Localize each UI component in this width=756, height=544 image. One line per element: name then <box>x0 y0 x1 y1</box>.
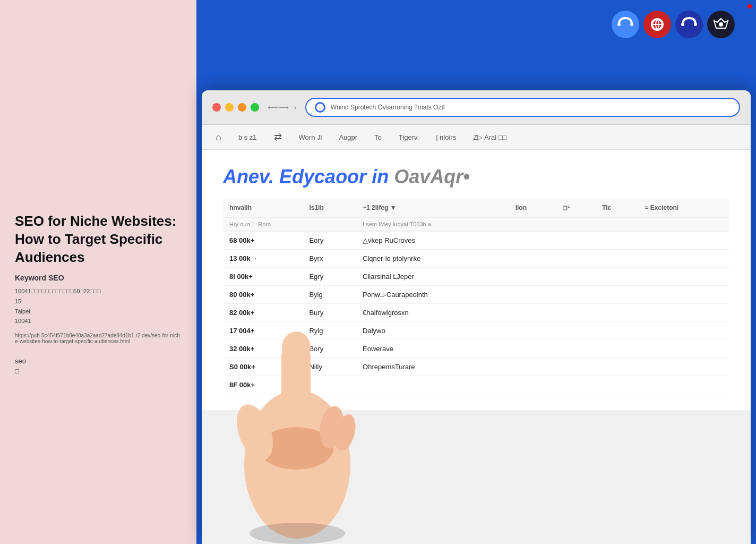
browser-chrome: ⟵⟶ › Wnind Sprotech Ovsarroning ?mats Oz… <box>202 90 751 125</box>
td-intent: Dalywo <box>356 322 509 340</box>
td-7 <box>639 376 729 394</box>
td-5 <box>556 340 595 358</box>
td-4 <box>509 231 556 250</box>
td-volume: 82 00k+ <box>223 304 303 322</box>
td-intent: €halfowigrosxn <box>356 304 509 322</box>
traffic-light-close[interactable] <box>212 103 221 112</box>
td-7 <box>639 358 729 376</box>
td-volume: 8l 00k+ <box>223 268 303 286</box>
right-area: ⟵⟶ › Wnind Sprotech Ovsarroning ?mats Oz… <box>196 0 756 544</box>
header-icon-2 <box>643 11 671 38</box>
td-4 <box>509 304 556 322</box>
th-lion: lion <box>509 199 556 217</box>
toolbar-aral[interactable]: Z▷ Aral □□ <box>470 131 510 143</box>
td-kd: Bory <box>303 340 356 358</box>
traffic-lights <box>212 103 259 112</box>
toolbar-worm[interactable]: Worn Ji <box>296 131 325 143</box>
td-5 <box>556 304 595 322</box>
td-5 <box>556 268 595 286</box>
td-6 <box>596 376 639 394</box>
td-4 <box>509 250 556 268</box>
td-7 <box>639 231 729 250</box>
td-7 <box>639 304 729 322</box>
td-6 <box>596 340 639 358</box>
td-6 <box>596 358 639 376</box>
toolbar-augpr[interactable]: Augpr <box>336 131 360 143</box>
sidebar-tags: seo □ <box>15 357 182 375</box>
td-kd: Eory <box>303 231 356 250</box>
td-6 <box>596 231 639 250</box>
td-volume: 13 00k→ <box>223 250 303 268</box>
td-6 <box>596 304 639 322</box>
td-7 <box>639 250 729 268</box>
td-volume: S0 00k+ <box>223 358 303 376</box>
table-row: 82 00k+ Bury €halfowigrosxn <box>223 304 729 322</box>
address-bar[interactable]: Wnind Sprotech Ovsarroning ?mats Oztl <box>305 98 740 117</box>
headline-part4: OavAqr• <box>394 166 470 188</box>
header-icon-1 <box>612 11 639 38</box>
td-volume: 32 00k+ <box>223 340 303 358</box>
nav-forward[interactable]: › <box>294 103 297 112</box>
td-intent: Eowerave <box>356 340 509 358</box>
traffic-light-orange[interactable] <box>238 103 246 112</box>
svg-point-7 <box>719 22 723 27</box>
sidebar-tag-seo: seo <box>15 357 182 365</box>
th-box: ◻¹ <box>556 199 595 217</box>
td-kd: Bury <box>303 304 356 322</box>
browser-toolbar: ⌂ b s z1 ⇄ Worn Ji Augpr To Tigerv. | nl… <box>202 125 751 150</box>
toolbar-home[interactable]: ⌂ <box>212 130 225 145</box>
td-5 <box>556 322 595 340</box>
table-row: 17 004+ Rylg Dalywo <box>223 322 729 340</box>
nav-back[interactable]: ⟵⟶ <box>268 103 289 112</box>
svg-point-1 <box>630 23 633 26</box>
td-intent: △vkep RuCroves <box>356 231 509 250</box>
headline-part1: Anev. <box>223 166 274 188</box>
table-row: 8F 00k+ <box>223 376 729 394</box>
th-lifeg: ~1 2lifeg ▼ <box>356 199 509 217</box>
sidebar-url: https://pub-5c454f571b8e40a3a2aad27ade84… <box>15 333 182 344</box>
th-hnvalih: hnvalih <box>223 199 303 217</box>
td-7 <box>639 322 729 340</box>
td-volume: 17 004+ <box>223 322 303 340</box>
td-5 <box>556 358 595 376</box>
svg-point-5 <box>694 23 697 26</box>
table-subheader: Hry oun□ Roro I sem IMey iudyai T003b a <box>223 217 729 231</box>
traffic-light-minimize[interactable] <box>225 103 234 112</box>
sidebar-meta: 10041□□□□□□□□□□□□50□22□□□ 15 Taipei 1004… <box>15 286 182 326</box>
td-kd: Egry <box>303 268 356 286</box>
header-icon-3 <box>675 11 703 38</box>
td-6 <box>596 268 639 286</box>
traffic-light-fullscreen[interactable] <box>251 103 259 112</box>
table-row: 32 00k+ Bory Eowerave <box>223 340 729 358</box>
td-7 <box>639 286 729 304</box>
svg-point-4 <box>681 23 684 26</box>
toolbar-tigerv[interactable]: Tigerv. <box>396 131 422 143</box>
table-row: 13 00k→ Byrx Clqner-lo ptolynrke <box>223 250 729 268</box>
td-5 <box>556 376 595 394</box>
toolbar-te[interactable]: To <box>371 131 385 143</box>
top-header <box>196 0 756 90</box>
table-header-row: hnvalih ls1lb ~1 2lifeg ▼ lion ◻¹ Tlc ≈ … <box>223 199 729 217</box>
td-intent: Clqner-lo ptolynrke <box>356 250 509 268</box>
td-intent: Cllarsinal LJeper <box>356 268 509 286</box>
th-excietoni: ≈ Excietoni <box>639 199 729 217</box>
sidebar-tag-extra: □ <box>15 367 182 375</box>
td-kd: Nilly <box>303 358 356 376</box>
td-6 <box>596 250 639 268</box>
browser-logo <box>315 102 325 113</box>
nav-controls: ⟵⟶ › <box>268 103 297 112</box>
toolbar-share[interactable]: ⇄ <box>271 129 285 145</box>
td-5 <box>556 231 595 250</box>
td-volume: 68 00k+ <box>223 231 303 250</box>
svg-point-0 <box>617 23 621 26</box>
headline-part3: in <box>372 166 394 188</box>
sidebar-keyword: Keyword SEO <box>15 274 182 282</box>
td-intent: OhrepemsTurare <box>356 358 509 376</box>
toolbar-nloirs[interactable]: | nloirs <box>433 131 459 143</box>
browser-window: ⟵⟶ › Wnind Sprotech Ovsarroning ?mats Oz… <box>202 90 751 544</box>
td-4 <box>509 322 556 340</box>
toolbar-item-1[interactable]: b s z1 <box>235 131 260 143</box>
address-text: Wnind Sprotech Ovsarroning ?mats Oztl <box>331 104 731 111</box>
header-icon-4 <box>707 11 735 38</box>
header-icons <box>612 11 735 38</box>
